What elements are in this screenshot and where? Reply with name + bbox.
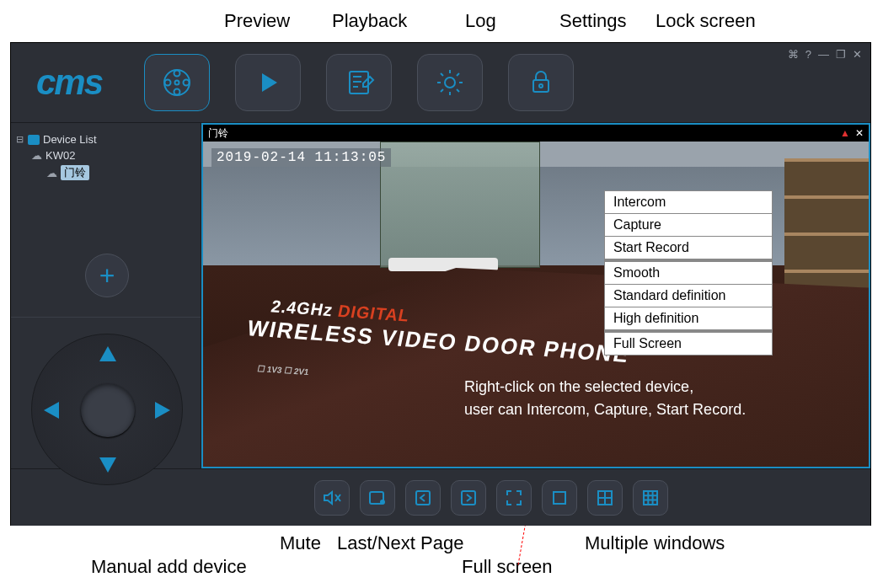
- svg-point-9: [539, 84, 543, 88]
- manual-add-device-button[interactable]: +: [85, 254, 129, 297]
- svg-rect-12: [416, 491, 430, 505]
- lock-icon: [523, 65, 559, 100]
- svg-rect-16: [644, 491, 657, 505]
- mute-button[interactable]: [314, 480, 350, 516]
- layout-9-button[interactable]: [633, 480, 668, 516]
- playback-button[interactable]: [235, 54, 301, 111]
- video-title-text: 门铃: [208, 126, 228, 141]
- ctx-capture[interactable]: Capture: [605, 214, 772, 237]
- svg-point-5: [175, 81, 179, 85]
- sidebar: ⊟ Device List ☁ KW02 ☁ 门铃 +: [11, 123, 201, 468]
- ctx-smooth[interactable]: Smooth: [605, 259, 772, 285]
- plus-icon: +: [99, 260, 115, 291]
- layout-1-button[interactable]: [542, 480, 577, 516]
- quad-window-icon: [595, 488, 615, 508]
- cloud-icon: ☁: [31, 149, 42, 162]
- collapse-icon[interactable]: ⊟: [16, 134, 24, 145]
- tree-device[interactable]: ☁ 门铃: [46, 163, 195, 182]
- ctx-start-record[interactable]: Start Record: [605, 237, 772, 259]
- annotation-page: Last/Next Page: [337, 532, 463, 554]
- next-page-button[interactable]: [451, 480, 486, 516]
- tree-group-label: KW02: [45, 149, 75, 162]
- gear-icon: [432, 65, 468, 100]
- ptz-up-button[interactable]: [99, 346, 116, 361]
- lock-screen-button[interactable]: [508, 54, 574, 111]
- alarm-icon[interactable]: ▲: [840, 127, 850, 139]
- window-controls: ⌘ ? — ❐ ✕: [788, 48, 862, 61]
- nine-window-icon: [640, 488, 661, 508]
- ptz-center-button[interactable]: [81, 383, 135, 437]
- tree-root-label: Device List: [43, 133, 97, 146]
- svg-rect-14: [554, 492, 565, 504]
- scene-glass: [380, 142, 540, 268]
- prev-page-button[interactable]: [405, 480, 441, 516]
- annotation-manual-add: Manual add device: [91, 556, 247, 578]
- ptz-right-button[interactable]: [155, 402, 170, 419]
- annotation-log: Log: [465, 10, 496, 32]
- ctx-fullscreen[interactable]: Full Screen: [605, 330, 772, 355]
- note-pencil-icon: [341, 65, 377, 100]
- svg-point-2: [174, 89, 180, 95]
- annotation-multi: Multiple windows: [585, 532, 725, 554]
- tree-device-label: 门铃: [61, 165, 89, 180]
- fullscreen-button[interactable]: [496, 480, 532, 516]
- separator: [11, 317, 201, 318]
- ptz-down-button[interactable]: [99, 457, 116, 473]
- annotation-fullscreen: Full screen: [462, 556, 553, 578]
- ctx-hd[interactable]: High definition: [605, 307, 772, 330]
- svg-point-1: [174, 71, 180, 77]
- log-button[interactable]: [326, 54, 392, 111]
- help-hint: Right-click on the selected device, user…: [464, 376, 746, 421]
- annotation-lock: Lock screen: [656, 10, 756, 32]
- ctx-sd[interactable]: Standard definition: [605, 285, 772, 307]
- main-area: ⊟ Device List ☁ KW02 ☁ 门铃 +: [11, 123, 870, 468]
- video-pane[interactable]: 门铃 ▲ ✕ 2.4GHz DIGITAL WIRELESS VIDEO DOO…: [201, 123, 870, 468]
- snapshot-icon: [367, 488, 388, 508]
- help-icon[interactable]: ?: [805, 48, 811, 61]
- svg-rect-13: [462, 491, 475, 505]
- maximize-icon[interactable]: ❐: [836, 48, 846, 61]
- video-titlebar: 门铃 ▲ ✕: [203, 125, 869, 142]
- svg-rect-8: [533, 80, 549, 92]
- mute-icon: [322, 488, 342, 508]
- ptz-left-button[interactable]: [44, 402, 59, 419]
- tree-root[interactable]: ⊟ Device List: [16, 131, 195, 147]
- svg-point-3: [165, 80, 171, 86]
- preview-button[interactable]: [144, 54, 210, 111]
- settings-button[interactable]: [417, 54, 483, 111]
- next-page-icon: [458, 488, 479, 508]
- snapshot-button[interactable]: [360, 480, 395, 516]
- prev-page-icon: [413, 488, 433, 508]
- hint-line1: Right-click on the selected device,: [464, 376, 746, 398]
- svg-point-0: [164, 70, 190, 95]
- svg-point-7: [445, 78, 455, 88]
- app-logo: cms: [36, 62, 102, 103]
- tree-group[interactable]: ☁ KW02: [31, 147, 195, 163]
- layout-4-button[interactable]: [587, 480, 623, 516]
- context-menu: Intercom Capture Start Record Smooth Sta…: [604, 190, 773, 355]
- single-window-icon: [549, 488, 570, 508]
- folder-icon: [28, 135, 40, 145]
- video-close-icon[interactable]: ✕: [855, 127, 864, 139]
- fullscreen-icon: [504, 488, 524, 508]
- device-tree: ⊟ Device List ☁ KW02 ☁ 门铃: [11, 123, 201, 182]
- film-reel-icon: [159, 65, 195, 100]
- main-nav: [144, 54, 574, 111]
- camera-icon: ☁: [46, 167, 57, 179]
- minimize-icon[interactable]: —: [818, 48, 829, 61]
- ctx-intercom[interactable]: Intercom: [605, 191, 772, 214]
- app-window: cms: [10, 42, 871, 526]
- annotation-mute: Mute: [280, 532, 321, 554]
- window-close-icon[interactable]: ✕: [853, 48, 862, 61]
- svg-point-4: [184, 80, 190, 86]
- switch-monitor-icon[interactable]: ⌘: [788, 48, 799, 61]
- play-icon: [250, 65, 286, 100]
- ptz-dpad: [31, 334, 183, 485]
- annotation-settings: Settings: [559, 10, 627, 32]
- annotation-preview: Preview: [224, 10, 290, 32]
- topbar: cms: [11, 43, 870, 123]
- video-timestamp-osd: 2019-02-14 11:13:05: [211, 148, 391, 167]
- hint-line2: user can Intercom, Capture, Start Record…: [464, 398, 746, 421]
- annotation-playback: Playback: [332, 10, 407, 32]
